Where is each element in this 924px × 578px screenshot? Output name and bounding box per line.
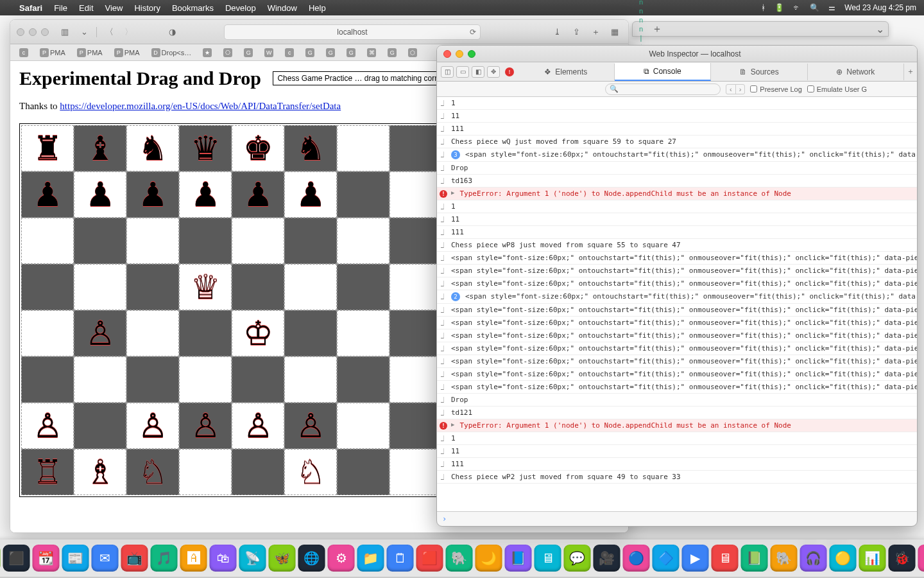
console-log-row[interactable]: <span style="font-size:60px;" ontouchsta… bbox=[437, 252, 917, 265]
console-log-row[interactable]: td121 bbox=[437, 407, 917, 419]
tab-elements[interactable]: ❖Elements bbox=[518, 64, 615, 80]
chess-piece[interactable]: ♟ bbox=[191, 178, 221, 211]
console-search[interactable]: 🔍 bbox=[605, 83, 721, 95]
chess-piece[interactable]: ♙ bbox=[138, 409, 168, 442]
chess-square[interactable]: ♟ bbox=[232, 171, 284, 218]
share-icon[interactable]: ⇪ bbox=[569, 26, 583, 39]
chess-piece[interactable]: ♟ bbox=[138, 178, 168, 211]
dock-app[interactable]: 📆 bbox=[33, 545, 60, 572]
disclosure-icon[interactable]: ▶ bbox=[451, 189, 454, 196]
chess-square[interactable] bbox=[232, 264, 284, 310]
reload-icon[interactable]: ⟳ bbox=[470, 28, 476, 37]
chess-square[interactable] bbox=[126, 264, 179, 310]
dock-app[interactable]: 🟩 bbox=[0, 545, 1, 572]
dock-app[interactable]: 📰 bbox=[62, 545, 89, 572]
chess-square[interactable] bbox=[126, 310, 179, 356]
console-error-row[interactable]: ▶TypeError: Argument 1 ('node') to Node.… bbox=[437, 188, 917, 200]
favorite-item[interactable]: PPMA bbox=[110, 47, 144, 58]
dock-app[interactable]: 🎥 bbox=[594, 545, 620, 572]
dock-bottom-icon[interactable]: ▭ bbox=[456, 66, 469, 78]
favorite-item[interactable]: G bbox=[384, 47, 400, 58]
chess-square[interactable]: ♘ bbox=[126, 449, 179, 495]
chess-piece[interactable]: ♝ bbox=[85, 132, 116, 165]
chess-square[interactable]: ♛ bbox=[179, 125, 232, 171]
dock-app[interactable]: 📺 bbox=[121, 545, 148, 572]
dock-app[interactable]: 📡 bbox=[239, 545, 266, 572]
chess-piece[interactable]: ♟ bbox=[85, 178, 116, 211]
console-log-row[interactable]: Drop bbox=[437, 394, 917, 407]
favorite-item[interactable]: ⌘ bbox=[363, 47, 380, 58]
chess-square[interactable]: ♟ bbox=[126, 171, 179, 218]
chess-piece[interactable]: ♖ bbox=[33, 455, 63, 489]
chess-square[interactable]: ♟ bbox=[74, 171, 126, 218]
chess-square[interactable] bbox=[21, 356, 74, 403]
chess-square[interactable]: ♔ bbox=[232, 310, 284, 356]
dock-app[interactable]: 🛍 bbox=[210, 545, 237, 572]
chess-square[interactable] bbox=[126, 356, 179, 403]
menu-edit[interactable]: Edit bbox=[79, 3, 93, 13]
chess-piece[interactable]: ♕ bbox=[191, 270, 221, 304]
dock-app[interactable]: 🖥 bbox=[535, 545, 561, 572]
chess-square[interactable] bbox=[337, 218, 389, 264]
tab-overview-icon[interactable]: ▦ bbox=[608, 26, 622, 39]
console-log-row[interactable]: 1 bbox=[437, 200, 917, 213]
tab-group-chevron-icon[interactable]: ⌄ bbox=[77, 26, 91, 39]
console-log-row[interactable]: 11 bbox=[437, 445, 917, 458]
bg-tab-icon[interactable]: n bbox=[637, 0, 646, 6]
menu-file[interactable]: File bbox=[54, 3, 67, 13]
address-bar[interactable]: localhost ⟳ bbox=[224, 24, 481, 40]
chess-square[interactable]: ♗ bbox=[74, 449, 126, 495]
chess-piece[interactable]: ♙ bbox=[33, 409, 63, 442]
chess-square[interactable] bbox=[337, 356, 389, 403]
console-log-row[interactable]: Drop bbox=[437, 162, 917, 175]
menu-history[interactable]: History bbox=[134, 3, 160, 13]
chess-piece[interactable]: ♘ bbox=[138, 455, 168, 489]
dock-left-icon[interactable]: ◧ bbox=[472, 66, 484, 78]
search-nav[interactable]: ‹› bbox=[726, 84, 745, 94]
wifi-icon[interactable]: ᯤ bbox=[793, 3, 801, 12]
chess-piece[interactable]: ♞ bbox=[138, 132, 168, 165]
dock-app[interactable]: 📁 bbox=[357, 545, 384, 572]
bg-tab-icon[interactable]: | bbox=[637, 33, 646, 42]
chess-square[interactable] bbox=[284, 264, 337, 310]
console-error-row[interactable]: ▶TypeError: Argument 1 ('node') to Node.… bbox=[437, 419, 917, 432]
chess-square[interactable]: ♖ bbox=[21, 449, 74, 495]
favorite-item[interactable]: G bbox=[343, 47, 359, 58]
clock[interactable]: Wed 23 Aug 4:25 pm bbox=[844, 3, 916, 12]
chess-square[interactable] bbox=[284, 356, 337, 403]
console-log-row[interactable]: <span style="font-size:60px;" ontouchsta… bbox=[437, 368, 917, 381]
console-log-row[interactable]: <span style="font-size:60px;" ontouchsta… bbox=[437, 381, 917, 394]
chess-square[interactable]: ♟ bbox=[21, 171, 74, 218]
chess-square[interactable] bbox=[337, 449, 389, 495]
chess-square[interactable] bbox=[21, 264, 74, 310]
dock-app[interactable]: 🦋 bbox=[269, 545, 296, 572]
chess-piece[interactable]: ♙ bbox=[85, 317, 116, 350]
console-log-row[interactable]: Chess piece wP2 just moved from square 4… bbox=[437, 471, 917, 484]
menu-view[interactable]: View bbox=[105, 3, 123, 13]
console-prompt[interactable]: › bbox=[437, 511, 917, 526]
console-log-row[interactable]: td163 bbox=[437, 175, 917, 188]
console-log-row[interactable]: 111 bbox=[437, 458, 917, 471]
menu-bookmarks[interactable]: Bookmarks bbox=[172, 3, 214, 13]
chess-square[interactable]: ♝ bbox=[74, 125, 126, 171]
chess-square[interactable]: ♕ bbox=[179, 264, 232, 310]
chess-square[interactable] bbox=[389, 449, 442, 495]
chess-piece[interactable]: ♗ bbox=[85, 455, 116, 489]
chess-square[interactable] bbox=[232, 218, 284, 264]
back-button[interactable]: 〈 bbox=[102, 26, 116, 39]
bg-tab-icon[interactable]: n bbox=[637, 6, 646, 15]
dock-app[interactable]: 🌙 bbox=[475, 545, 502, 572]
console-log-row[interactable]: <span style="font-size:60px;" ontouchsta… bbox=[437, 329, 917, 342]
chess-square[interactable] bbox=[179, 218, 232, 264]
favorite-item[interactable]: G bbox=[302, 47, 318, 58]
favorite-item[interactable]: W bbox=[261, 47, 277, 58]
favorite-item[interactable]: ★ bbox=[199, 47, 216, 58]
chess-square[interactable]: ♙ bbox=[179, 403, 232, 449]
dock-app[interactable]: 🔷 bbox=[653, 545, 680, 572]
dock-app[interactable]: 🧪 bbox=[918, 545, 925, 572]
chess-square[interactable] bbox=[389, 403, 442, 449]
chess-square[interactable] bbox=[74, 264, 126, 310]
console-log-row[interactable]: 1 bbox=[437, 97, 917, 110]
chess-square[interactable]: ♙ bbox=[21, 403, 74, 449]
chess-square[interactable]: ♞ bbox=[126, 125, 179, 171]
